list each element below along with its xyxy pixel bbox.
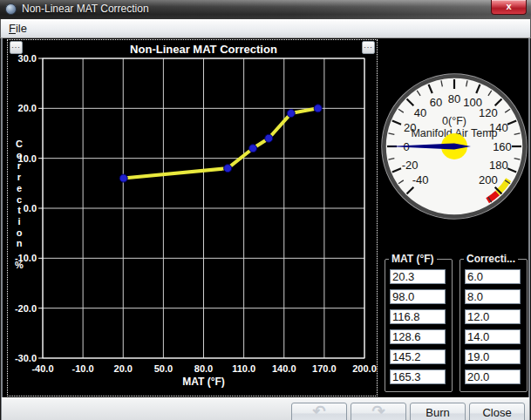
svg-text:i: i [17, 216, 20, 227]
svg-text:MAT (°F): MAT (°F) [182, 376, 225, 388]
svg-text:120: 120 [479, 106, 498, 119]
mat-correction-chart[interactable]: 30.020.010.00.0-10.0-20.0-30.0-40.0-10.0… [8, 40, 377, 396]
curve-point-2[interactable] [249, 145, 257, 152]
svg-text:200: 200 [479, 173, 498, 186]
curve-point-4[interactable] [287, 110, 295, 118]
bottom-button-bar: ↶ ↷ Burn Close [2, 397, 529, 420]
svg-text:30.0: 30.0 [18, 53, 37, 64]
svg-text:t: t [17, 205, 21, 215]
svg-text:r: r [17, 172, 22, 182]
curve-point-3[interactable] [265, 134, 273, 142]
svg-text:o: o [17, 227, 23, 238]
svg-text:80: 80 [448, 92, 460, 105]
mat-correction-chart-panel: ... ... 30.020.010.00.0-10.0-20.0-30.0-4… [7, 39, 378, 396]
correction-value-field-4[interactable] [465, 349, 521, 364]
menu-file[interactable]: File [1, 19, 35, 37]
undo-button[interactable]: ↶ [291, 403, 347, 420]
mat-table-fields [385, 269, 452, 384]
chart-options-button-right[interactable]: ... [362, 41, 375, 54]
svg-text:%: % [15, 260, 24, 270]
correction-value-field-2[interactable] [465, 309, 521, 324]
mat-table-title: MAT (°F) [389, 253, 437, 265]
menu-bar: File [0, 19, 531, 38]
window-title: Non-Linear MAT Correction [22, 0, 149, 19]
title-bar: Non-Linear MAT Correction x [0, 0, 531, 20]
undo-icon: ↶ [312, 403, 325, 420]
svg-text:-10.0: -10.0 [72, 363, 94, 374]
svg-text:-20.0: -20.0 [15, 303, 37, 314]
svg-text:110.0: 110.0 [232, 363, 255, 374]
svg-text:170.0: 170.0 [312, 363, 337, 374]
window-frame-left [0, 38, 3, 420]
mat-value-field-3[interactable] [390, 329, 446, 344]
correction-value-field-3[interactable] [465, 329, 521, 344]
svg-text:-30.0: -30.0 [15, 353, 37, 363]
svg-text:Non-Linear MAT Correction: Non-Linear MAT Correction [130, 43, 277, 56]
svg-text:-20: -20 [402, 159, 419, 172]
svg-text:0(°F): 0(°F) [442, 115, 466, 127]
close-button[interactable]: Close [469, 403, 525, 420]
svg-text:80.0: 80.0 [194, 363, 213, 374]
correction-value-field-1[interactable] [465, 289, 521, 304]
close-window-button[interactable]: x [491, 0, 527, 15]
chart-options-button-left[interactable]: ... [10, 41, 23, 54]
svg-text:180: 180 [489, 159, 508, 172]
svg-text:160: 160 [493, 140, 512, 153]
svg-text:r: r [17, 160, 22, 171]
svg-text:40: 40 [414, 106, 426, 119]
svg-text:e: e [17, 183, 22, 193]
svg-text:20.0: 20.0 [114, 363, 133, 374]
correction-table-group: Correcti... [460, 259, 528, 392]
svg-text:200.0: 200.0 [352, 363, 377, 374]
app-icon [5, 3, 17, 15]
curve-point-0[interactable] [119, 174, 127, 182]
svg-text:C: C [16, 139, 23, 149]
svg-text:140.0: 140.0 [272, 363, 296, 374]
svg-text:o: o [17, 150, 23, 160]
svg-text:0.0: 0.0 [24, 203, 37, 213]
manifold-air-temp-gauge: -40-200204060801001201401601802000(°F)Ma… [381, 73, 528, 220]
correction-value-field-5[interactable] [465, 369, 521, 384]
mat-value-field-1[interactable] [390, 289, 446, 304]
mat-value-field-5[interactable] [390, 369, 446, 384]
redo-button[interactable]: ↷ [351, 403, 406, 420]
correction-table-title: Correcti... [464, 253, 518, 265]
svg-text:-40.0: -40.0 [31, 363, 53, 374]
correction-value-field-0[interactable] [465, 269, 521, 284]
correction-table-fields [460, 269, 527, 384]
curve-point-5[interactable] [314, 105, 322, 112]
svg-text:60: 60 [430, 96, 442, 109]
svg-text:-40: -40 [412, 173, 429, 186]
mat-value-field-2[interactable] [390, 309, 446, 324]
redo-icon: ↷ [371, 403, 385, 420]
mat-value-field-4[interactable] [390, 349, 446, 364]
svg-text:n: n [17, 238, 23, 248]
svg-text:20.0: 20.0 [18, 103, 37, 113]
mat-table-group: MAT (°F) [385, 259, 453, 392]
svg-text:c: c [17, 194, 22, 205]
svg-text:50.0: 50.0 [154, 363, 173, 374]
burn-button[interactable]: Burn [410, 403, 466, 420]
curve-point-1[interactable] [224, 165, 232, 173]
mat-value-field-0[interactable] [390, 269, 446, 284]
gauge-dial: -40-200204060801001201401601802000(°F)Ma… [381, 73, 528, 220]
